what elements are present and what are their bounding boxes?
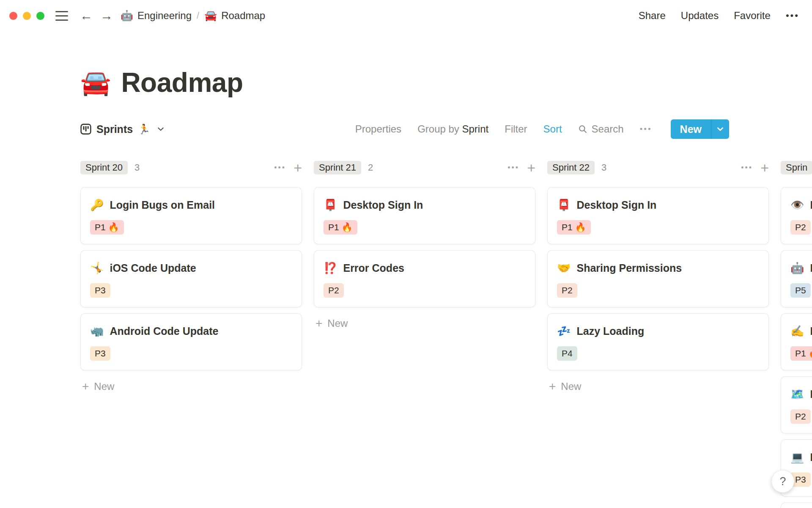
column-add-icon[interactable]: + <box>294 160 302 175</box>
board-column: Sprint 212•••+📮Desktop Sign InP1 🔥⁉️Erro… <box>314 160 535 508</box>
board-card[interactable]: 🦏Android Code UpdateP3 <box>80 313 302 370</box>
breadcrumb-item-engineering[interactable]: 🤖 Engineering <box>121 10 192 22</box>
column-header: Sprint 203•••+ <box>80 160 302 175</box>
car-icon[interactable]: 🚘 <box>80 70 111 95</box>
priority-badge: P2 <box>790 220 811 235</box>
card-title: 👁️M <box>790 199 812 212</box>
card-list: 👁️MP2🤖IP5✍️RP1 🔥🗺️RP2💻DP3 <box>781 187 812 508</box>
window-titlebar: ← → 🤖 Engineering / 🚘 Roadmap Share Upda… <box>0 0 812 31</box>
column-name-pill[interactable]: Sprin <box>781 161 812 174</box>
column-card-count: 3 <box>601 162 606 173</box>
board-card[interactable]: 🤸iOS Code UpdateP3 <box>80 250 302 307</box>
board-card[interactable]: 📮Desktop Sign InP1 🔥 <box>314 187 535 244</box>
board-card[interactable]: 👁️MP2 <box>781 187 812 244</box>
page-title-row: 🚘 Roadmap <box>80 67 812 98</box>
card-title-text: Desktop Sign In <box>576 199 656 211</box>
minimize-window-button[interactable] <box>23 12 31 20</box>
card-emoji-icon: 🤖 <box>790 262 804 275</box>
card-title: 🦏Android Code Update <box>90 325 292 338</box>
view-tab-label: Sprints <box>96 123 133 135</box>
sort-button[interactable]: Sort <box>543 123 562 135</box>
board-card[interactable]: 🤝Sharing PermissionsP2 <box>547 250 769 307</box>
board-card[interactable]: 💤Lazy LoadingP4 <box>547 313 769 370</box>
card-title: 🗺️R <box>790 388 812 401</box>
card-list: 📮Desktop Sign InP1 🔥🤝Sharing Permissions… <box>547 187 769 370</box>
card-title-text: M <box>810 199 812 211</box>
column-more-icon[interactable]: ••• <box>508 163 519 172</box>
card-emoji-icon: 👁️ <box>790 199 804 212</box>
priority-badge: P2 <box>790 409 811 424</box>
new-button[interactable]: New <box>671 119 711 139</box>
plus-icon: + <box>549 381 556 392</box>
column-add-icon[interactable]: + <box>527 160 535 175</box>
plus-icon: + <box>315 318 322 329</box>
column-new-button[interactable]: +New <box>314 315 535 332</box>
back-arrow-icon[interactable]: ← <box>80 9 93 22</box>
board-card[interactable]: ✍️RP1 🔥 <box>781 313 812 370</box>
search-button[interactable]: Search <box>578 123 624 135</box>
filter-button[interactable]: Filter <box>505 123 527 135</box>
board-card[interactable]: 🤖IP5 <box>781 250 812 307</box>
priority-badge: P3 <box>90 283 110 298</box>
new-label: New <box>327 318 348 329</box>
card-title-text: Desktop Sign In <box>343 199 423 211</box>
group-by-value: Sprint <box>462 123 489 135</box>
card-emoji-icon: ✍️ <box>790 325 804 338</box>
chevron-down-icon <box>157 125 165 133</box>
help-button[interactable]: ? <box>771 470 794 493</box>
card-emoji-icon: 📮 <box>557 199 571 212</box>
column-name-pill[interactable]: Sprint 20 <box>80 161 128 174</box>
card-list: 📮Desktop Sign InP1 🔥⁉️Error CodesP2 <box>314 187 535 307</box>
favorite-button[interactable]: Favorite <box>734 10 771 22</box>
more-options-icon[interactable]: ••• <box>786 10 799 21</box>
card-title: ⁉️Error Codes <box>324 262 526 275</box>
column-add-icon[interactable]: + <box>760 160 769 175</box>
card-emoji-icon: 🔑 <box>90 199 104 212</box>
card-title-text: D <box>810 451 812 464</box>
board-card[interactable]: 🔑Login Bugs on EmailP1 🔥 <box>80 187 302 244</box>
card-emoji-icon: 🤝 <box>557 262 571 275</box>
forward-arrow-icon[interactable]: → <box>100 9 113 22</box>
column-header: Sprin <box>781 160 812 175</box>
priority-badge: P5 <box>790 283 811 298</box>
updates-button[interactable]: Updates <box>681 10 719 22</box>
card-title-text: iOS Code Update <box>110 262 196 274</box>
column-new-button[interactable]: +New <box>547 378 769 395</box>
column-more-icon[interactable]: ••• <box>274 163 286 172</box>
column-more-icon[interactable]: ••• <box>741 163 753 172</box>
board-card[interactable]: 🗺️RP2 <box>781 376 812 433</box>
breadcrumb-item-roadmap[interactable]: 🚘 Roadmap <box>204 10 265 22</box>
column-name-pill[interactable]: Sprint 22 <box>547 161 595 174</box>
column-new-button[interactable]: +New <box>80 378 302 395</box>
breadcrumb-label: Roadmap <box>221 10 265 22</box>
column-name-pill[interactable]: Sprint 21 <box>314 161 361 174</box>
new-button-dropdown[interactable] <box>711 119 729 139</box>
board: Sprint 203•••+🔑Login Bugs on EmailP1 🔥🤸i… <box>0 160 812 508</box>
chevron-down-icon <box>716 125 724 133</box>
card-title-text: R <box>810 325 812 337</box>
priority-badge: P1 🔥 <box>790 346 812 361</box>
properties-button[interactable]: Properties <box>355 123 401 135</box>
column-header: Sprint 223•••+ <box>547 160 769 175</box>
card-list: 🔑Login Bugs on EmailP1 🔥🤸iOS Code Update… <box>80 187 302 370</box>
board-card[interactable]: ⁉️Error CodesP2 <box>314 250 535 307</box>
board-card[interactable] <box>781 502 812 508</box>
new-label: New <box>94 381 114 392</box>
page-title[interactable]: Roadmap <box>121 67 243 98</box>
share-button[interactable]: Share <box>639 10 666 22</box>
card-emoji-icon: ⁉️ <box>324 262 337 275</box>
topbar-actions: Share Updates Favorite ••• <box>639 10 799 22</box>
toolbar-more-icon[interactable]: ••• <box>640 124 652 134</box>
card-title: 📮Desktop Sign In <box>557 199 759 212</box>
close-window-button[interactable] <box>9 12 17 20</box>
group-by-button[interactable]: Group by Sprint <box>417 123 488 135</box>
card-title: 🔑Login Bugs on Email <box>90 199 292 212</box>
tab-sprints-view[interactable]: Sprints 🏃 <box>80 123 165 135</box>
priority-badge: P4 <box>557 346 577 361</box>
menu-icon[interactable] <box>55 11 68 21</box>
zoom-window-button[interactable] <box>36 12 44 20</box>
card-title-text: R <box>810 388 812 400</box>
board-card[interactable]: 📮Desktop Sign InP1 🔥 <box>547 187 769 244</box>
card-emoji-icon: 💻 <box>790 451 804 464</box>
card-title-text: Login Bugs on Email <box>110 199 215 211</box>
